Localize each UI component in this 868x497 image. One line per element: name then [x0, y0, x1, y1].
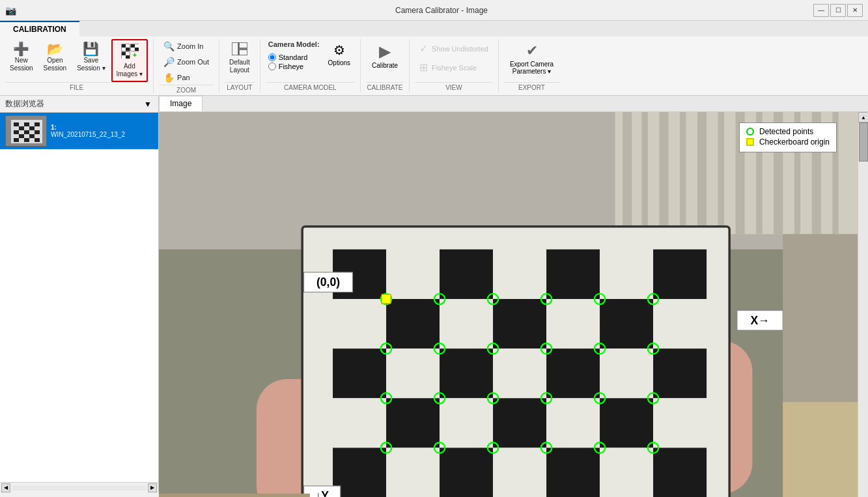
image-container: (0,0) X→ ↓Y	[159, 112, 858, 497]
svg-rect-88	[653, 447, 707, 497]
svg-rect-31	[14, 138, 19, 142]
pan-button[interactable]: ✋ Pan	[159, 70, 214, 85]
layout-group-label: LAYOUT	[225, 82, 255, 92]
svg-rect-14	[126, 52, 130, 55]
scroll-left-button[interactable]: ◀	[1, 483, 10, 492]
svg-rect-61	[333, 299, 386, 348]
export-group-label: EXPORT	[504, 82, 559, 92]
fisheye-radio-row: Fisheye	[268, 63, 320, 70]
svg-rect-41	[697, 112, 707, 234]
svg-rect-22	[24, 122, 29, 126]
sidebar-scrollbar: ◀ ▶	[0, 482, 158, 492]
export-camera-params-button[interactable]: ✔ Export CameraParameters ▾	[504, 39, 559, 78]
svg-text:+: +	[133, 51, 137, 59]
new-session-label: NewSession	[10, 57, 33, 72]
scroll-up-button[interactable]: ▲	[858, 112, 868, 122]
svg-rect-4	[126, 44, 130, 48]
default-layout-label: DefaultLayout	[229, 59, 250, 74]
scroll-thumb[interactable]	[859, 122, 868, 162]
ribbon: CALIBRATION ➕ NewSession 📂 OpenSession 💾	[0, 21, 868, 96]
svg-rect-37	[623, 112, 632, 234]
sidebar-collapse-button[interactable]: ▼	[143, 99, 153, 109]
fisheye-scale-label: Fisheye Scale	[432, 64, 477, 72]
ribbon-group-export: ✔ Export CameraParameters ▾ EXPORT	[499, 39, 565, 92]
svg-text:(0,0): (0,0)	[316, 276, 340, 289]
standard-radio[interactable]	[268, 53, 276, 61]
svg-rect-78	[493, 398, 546, 447]
main-layout: 数据浏览器 ▼	[0, 96, 868, 492]
add-images-button[interactable]: + AddImages ▾	[111, 39, 148, 82]
calibrate-group-label: CALIBRATE	[366, 82, 404, 92]
svg-rect-7	[135, 48, 139, 51]
fisheye-radio[interactable]	[268, 63, 276, 70]
svg-rect-29	[19, 134, 24, 138]
legend-detected-points: Detected points	[746, 127, 830, 136]
fisheye-scale-button[interactable]: ⊞ Fisheye Scale	[415, 59, 493, 76]
show-undistorted-icon: ✓	[419, 42, 428, 55]
minimize-button[interactable]: —	[813, 4, 829, 17]
open-session-button[interactable]: 📂 OpenSession	[39, 39, 72, 76]
standard-radio-row: Standard	[268, 53, 320, 61]
svg-rect-11	[122, 52, 126, 55]
svg-rect-72	[546, 348, 600, 398]
calibrate-button[interactable]: ▶ Calibrate	[366, 39, 404, 72]
new-session-button[interactable]: ➕ NewSession	[5, 39, 38, 76]
svg-rect-79	[546, 398, 600, 447]
svg-rect-3	[122, 48, 126, 51]
title-bar: 📷 Camera Calibrator - Image — ☐ ✕	[0, 0, 868, 21]
maximize-button[interactable]: ☐	[830, 4, 846, 17]
svg-rect-30	[29, 134, 35, 138]
zoom-in-button[interactable]: 🔍 Zoom In	[159, 39, 214, 53]
show-undistorted-button[interactable]: ✓ Show Undistorted	[415, 40, 493, 57]
calibrate-items: ▶ Calibrate	[366, 39, 404, 82]
sidebar-scroll-area: ◀ ▶	[0, 482, 158, 492]
svg-rect-39	[659, 112, 668, 234]
svg-rect-68	[333, 348, 386, 398]
scroll-right-button[interactable]: ▶	[148, 483, 157, 492]
svg-rect-73	[600, 348, 653, 398]
svg-rect-58	[546, 249, 600, 299]
svg-rect-21	[14, 122, 19, 126]
vertical-scrollbar: ▲ ▼	[858, 112, 868, 497]
view-items: ✓ Show Undistorted ⊞ Fisheye Scale	[415, 39, 493, 82]
svg-rect-16	[232, 42, 238, 55]
tab-calibration[interactable]: CALIBRATION	[0, 21, 79, 36]
sidebar-header: 数据浏览器 ▼	[0, 96, 158, 113]
ribbon-group-layout: DefaultLayout LAYOUT	[219, 39, 260, 92]
ribbon-group-view: ✓ Show Undistorted ⊞ Fisheye Scale VIEW	[410, 39, 499, 92]
svg-rect-74	[653, 348, 707, 398]
scroll-track-vertical	[858, 122, 868, 497]
svg-rect-24	[19, 126, 24, 130]
svg-rect-33	[35, 138, 40, 142]
zoom-group-items: 🔍 Zoom In 🔎 Zoom Out ✋ Pan	[159, 39, 214, 85]
save-session-label: SaveSession ▾	[77, 57, 105, 72]
ribbon-group-zoom: 🔍 Zoom In 🔎 Zoom Out ✋ Pan ZOOM	[154, 39, 219, 92]
content-tabs: Image	[159, 96, 868, 112]
camera-model-group-label: CAMERA MODEL	[266, 82, 355, 92]
options-button[interactable]: ⚙ Options	[324, 39, 355, 70]
svg-rect-67	[653, 299, 707, 348]
svg-rect-122	[159, 494, 310, 497]
checkerboard-origin-label: Checkerboard origin	[759, 137, 830, 147]
sidebar-item-1[interactable]: 1: WIN_20210715_22_13_2	[0, 113, 158, 149]
zoom-in-icon: 🔍	[163, 41, 175, 51]
svg-rect-85	[493, 447, 546, 497]
add-images-icon: +	[120, 43, 139, 61]
svg-rect-81	[653, 398, 707, 447]
save-session-button[interactable]: 💾 SaveSession ▾	[72, 39, 109, 76]
default-layout-button[interactable]: DefaultLayout	[225, 39, 255, 78]
calibrate-label: Calibrate	[372, 62, 398, 69]
svg-rect-82	[333, 447, 386, 497]
close-button[interactable]: ✕	[847, 4, 863, 17]
pan-label: Pan	[177, 74, 190, 81]
svg-rect-66	[600, 299, 653, 348]
ribbon-group-camera-model: Camera Model: Standard Fisheye ⚙	[260, 39, 361, 92]
tab-image[interactable]: Image	[159, 96, 203, 111]
ribbon-group-calibrate: ▶ Calibrate CALIBRATE	[361, 39, 410, 92]
scroll-track	[12, 485, 147, 490]
export-icon: ✔	[526, 42, 538, 59]
sidebar: 数据浏览器 ▼	[0, 96, 159, 492]
zoom-out-button[interactable]: 🔎 Zoom Out	[159, 55, 214, 69]
pan-icon: ✋	[163, 72, 175, 83]
standard-label: Standard	[279, 53, 308, 61]
